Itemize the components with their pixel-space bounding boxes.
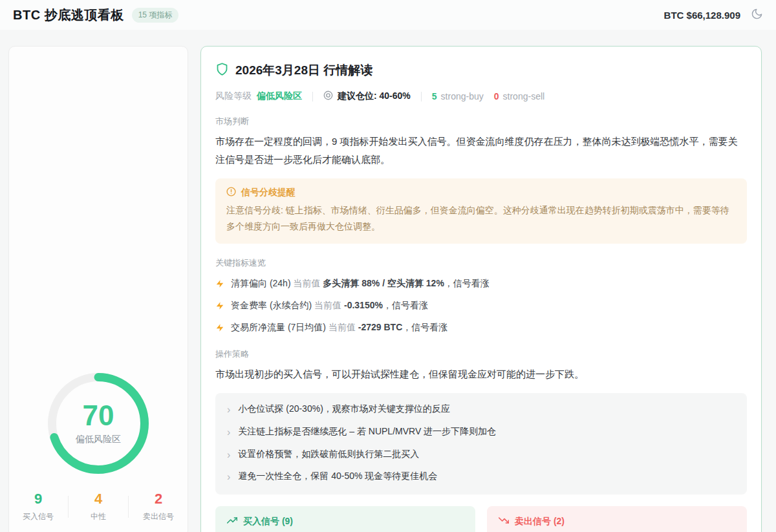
indicator-value: -2729 BTC [358,322,402,332]
lightning-icon [215,278,224,291]
alert-text: 注意信号分歧: 链上指标、市场情绪、衍生品偏多，但资金流向偏空。这种分歧通常出现… [226,202,736,236]
strategy-item-text: 设置价格预警，如跌破前低则执行第二批买入 [238,449,419,460]
stat-neutral-signals: 4 中性 [75,491,122,522]
market-judgement-text: 市场存在一定程度的回调，9 项指标开始发出买入信号。但资金流向维度仍存在压力，整… [215,133,747,169]
sell-signals-box: 卖出信号 (2) MACD (12/26/9), BTC ETF 资金流 (7日… [487,506,747,532]
indicator-current-label: 当前值 [329,322,356,332]
theme-toggle-button[interactable] [751,8,763,23]
risk-score-panel: 70 偏低风险区 9 买入信号 4 中性 2 卖出信号 [8,46,188,532]
risk-gauge: 70 偏低风险区 [45,370,152,477]
chevron-right-icon: › [227,426,230,440]
report-meta-row: 风险等级 偏低风险区 建议仓位: 40-60% 5 strong-buy 0 s… [215,90,747,102]
position-advice: 建议仓位: 40-60% [338,90,411,102]
indicator-value: -0.3150% [344,300,383,310]
strategy-label: 操作策略 [215,348,747,360]
buy-count-label: 买入信号 [15,511,61,522]
sell-count: 2 [135,491,182,507]
stat-divider [128,496,129,518]
indicator-row: 交易所净流量 (7日均值) 当前值 -2729 BTC，信号看涨 [215,322,747,335]
indicator-name: 清算偏向 (24h) [231,278,291,288]
strategy-item-text: 关注链上指标是否继续恶化 – 若 NUPL/MVRV 进一步下降则加仓 [238,426,496,438]
stat-sell-signals: 2 卖出信号 [135,491,182,522]
chevron-right-icon: › [227,403,230,417]
strategy-list: › 小仓位试探 (20-30%)，观察市场对关键支撑位的反应 › 关注链上指标是… [215,393,747,495]
strategy-item: › 小仓位试探 (20-30%)，观察市场对关键支撑位的反应 [227,399,735,421]
alert-circle-icon [226,187,236,199]
indicator-signal: ，信号看涨 [444,278,490,288]
indicator-count-badge: 15 项指标 [132,8,179,23]
indicator-name: 交易所净流量 (7日均值) [231,322,326,332]
daily-report-card: 2026年3月28日 行情解读 风险等级 偏低风险区 建议仓位: 40-60% … [200,46,762,532]
lightning-icon [215,322,224,335]
strong-buy-label: strong-buy [441,91,484,101]
strong-buy-count: 5 [432,91,437,101]
meta-divider [421,92,422,101]
trending-up-icon [227,515,237,528]
report-title: 2026年3月28日 行情解读 [235,62,372,79]
market-judgement-label: 市场判断 [215,116,747,127]
target-icon [323,90,333,102]
signal-stats-row: 9 买入信号 4 中性 2 卖出信号 [9,491,188,532]
app-header: BTC 抄底逃顶看板 15 项指标 BTC $66,128.909 [0,0,776,30]
indicator-row: 清算偏向 (24h) 当前值 多头清算 88% / 空头清算 12%，信号看涨 [215,278,747,291]
chevron-right-icon: › [227,471,230,484]
strategy-item-text: 小仓位试探 (20-30%)，观察市场对关键支撑位的反应 [238,403,449,415]
strategy-item: › 避免一次性全仓，保留 40-50% 现金等待更佳机会 [227,466,735,489]
risk-score-value: 70 [83,401,114,430]
strong-sell-count: 0 [494,91,499,101]
indicator-row: 资金费率 (永续合约) 当前值 -0.3150%，信号看涨 [215,300,747,313]
page-title: BTC 抄底逃顶看板 [13,6,124,24]
indicator-current-label: 当前值 [314,300,341,310]
indicator-current-label: 当前值 [293,278,320,288]
sell-count-label: 卖出信号 [135,511,182,522]
strategy-summary: 市场出现初步的买入信号，可以开始试探性建仓，但保留现金应对可能的进一步下跌。 [215,365,747,383]
strategy-item: › 关注链上指标是否继续恶化 – 若 NUPL/MVRV 进一步下降则加仓 [227,421,735,444]
lightning-icon [215,300,224,313]
risk-zone-label: 偏低风险区 [76,434,121,445]
buy-count: 9 [15,491,61,507]
sell-signals-title: 卖出信号 (2) [515,516,565,527]
strategy-item-text: 避免一次性全仓，保留 40-50% 现金等待更佳机会 [238,471,437,482]
indicator-value: 多头清算 88% / 空头清算 12% [323,278,444,288]
signal-divergence-alert: 信号分歧提醒 注意信号分歧: 链上指标、市场情绪、衍生品偏多，但资金流向偏空。这… [215,178,747,244]
btc-price: BTC $66,128.909 [664,10,740,21]
indicator-signal: ，信号看涨 [402,322,447,332]
alert-title: 信号分歧提醒 [241,187,296,198]
buy-signals-box: 买入信号 (9) 恐惧贪婪指数, NUPL 净未实现盈亏, MVRV 市场价值/… [215,506,475,532]
indicator-name: 资金费率 (永续合约) [231,300,312,310]
stat-divider [68,496,69,518]
risk-level-label: 风险等级 [215,90,252,102]
neutral-count: 4 [75,491,122,507]
buy-signals-title: 买入信号 (9) [243,516,293,527]
neutral-count-label: 中性 [75,511,122,522]
strategy-item: › 设置价格预警，如跌破前低则执行第二批买入 [227,444,735,467]
risk-level-value: 偏低风险区 [257,90,302,102]
moon-icon [751,8,763,23]
indicator-signal: ，信号看涨 [383,300,428,310]
meta-divider [312,92,313,101]
key-indicators-label: 关键指标速览 [215,257,747,269]
strong-sell-label: strong-sell [503,91,545,101]
trending-down-icon [499,515,509,528]
shield-icon [215,62,229,79]
chevron-right-icon: › [227,449,230,462]
stat-buy-signals: 9 买入信号 [15,491,61,522]
